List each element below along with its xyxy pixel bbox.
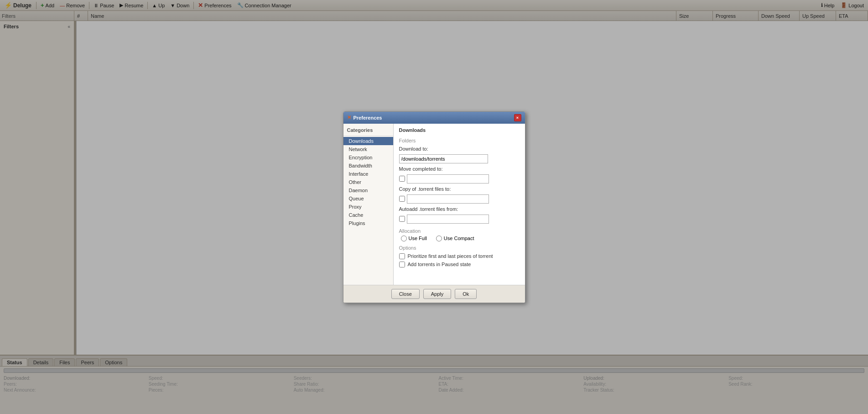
category-queue[interactable]: Queue [343, 194, 393, 203]
copy-torrent-checkbox[interactable] [399, 196, 405, 202]
category-other[interactable]: Other [343, 178, 393, 186]
use-compact-label: Use Compact [444, 236, 474, 241]
use-full-option: Use Full [401, 236, 427, 241]
allocation-section: Allocation Use Full Use Compact [399, 228, 520, 241]
dialog-body: Categories Downloads Network Encryption … [343, 124, 525, 285]
categories-label: Categories [343, 126, 393, 136]
copy-torrent-input-row [399, 194, 520, 204]
category-downloads[interactable]: Downloads [343, 137, 393, 145]
autoadd-label: Autoadd .torrent files from: [399, 206, 458, 212]
close-button[interactable]: Close [391, 289, 420, 299]
category-encryption[interactable]: Encryption [343, 153, 393, 162]
move-completed-label: Move completed to: [399, 166, 443, 172]
category-cache[interactable]: Cache [343, 211, 393, 219]
move-completed-input-row [399, 174, 520, 183]
category-network[interactable]: Network [343, 145, 393, 153]
dialog-title-label: Preferences [353, 115, 382, 121]
add-paused-label: Add torrents in Paused state [408, 262, 471, 267]
download-to-input[interactable] [399, 154, 488, 163]
prioritize-label: Prioritize first and last pieces of torr… [408, 253, 493, 259]
prioritize-checkbox[interactable] [399, 253, 405, 259]
dialog-close-x-button[interactable]: × [514, 114, 521, 121]
dialog-buttons: Close Apply Ok [343, 285, 525, 303]
download-to-row: Download to: [399, 146, 520, 152]
use-compact-radio[interactable] [436, 236, 442, 241]
use-full-radio[interactable] [401, 236, 407, 241]
add-paused-row: Add torrents in Paused state [399, 262, 520, 267]
category-bandwidth[interactable]: Bandwidth [343, 162, 393, 170]
dialog-titlebar: ✕ Preferences × [343, 112, 525, 124]
category-proxy[interactable]: Proxy [343, 203, 393, 211]
modal-overlay: ✕ Preferences × Categories Downloads Net… [0, 0, 868, 414]
apply-button[interactable]: Apply [423, 289, 452, 299]
folders-subsection-title: Folders [399, 138, 520, 143]
preferences-dialog: ✕ Preferences × Categories Downloads Net… [343, 111, 525, 303]
category-plugins[interactable]: Plugins [343, 219, 393, 227]
autoadd-row: Autoadd .torrent files from: [399, 206, 520, 212]
category-interface[interactable]: Interface [343, 170, 393, 178]
autoadd-input[interactable] [407, 215, 489, 224]
use-compact-option: Use Compact [436, 236, 474, 241]
copy-torrent-input[interactable] [407, 194, 489, 204]
copy-torrent-label: Copy of .torrent files to: [399, 186, 451, 192]
allocation-radio-row: Use Full Use Compact [401, 236, 520, 241]
move-completed-checkbox[interactable] [399, 176, 405, 182]
allocation-title: Allocation [399, 228, 520, 234]
autoadd-checkbox[interactable] [399, 216, 405, 222]
use-full-label: Use Full [409, 236, 427, 241]
prioritize-row: Prioritize first and last pieces of torr… [399, 253, 520, 259]
settings-panel: Downloads Folders Download to: Move comp… [394, 124, 525, 285]
categories-panel: Categories Downloads Network Encryption … [343, 124, 394, 285]
download-to-label: Download to: [399, 146, 440, 152]
add-paused-checkbox[interactable] [399, 262, 405, 267]
options-section: Options Prioritize first and last pieces… [399, 245, 520, 267]
dialog-title-icon: ✕ [347, 115, 351, 121]
move-completed-input[interactable] [407, 174, 489, 183]
options-title: Options [399, 245, 520, 251]
autoadd-input-row [399, 215, 520, 224]
settings-section-title: Downloads [399, 127, 520, 134]
move-completed-row: Move completed to: [399, 166, 520, 172]
dialog-title-left: ✕ Preferences [347, 115, 382, 121]
ok-button[interactable]: Ok [455, 289, 477, 299]
category-daemon[interactable]: Daemon [343, 186, 393, 194]
download-to-input-row [399, 154, 520, 163]
copy-torrent-row: Copy of .torrent files to: [399, 186, 520, 192]
